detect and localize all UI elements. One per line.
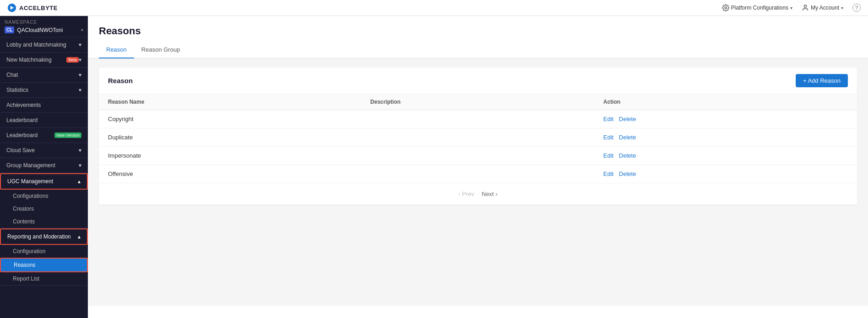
content-area: Reason + Add Reason Reason Name [88,58,868,306]
chevron-down-icon: ▾ [79,42,81,48]
cell-description-3 [361,165,594,183]
nav-group-group-management: Group Management ▾ [0,158,88,173]
sidebar-item-ugc-creators[interactable]: Creators [0,202,88,215]
app-layout: NAMESPACE CL QACloudNWOToni ▾ Lobby and … [0,16,868,318]
new-version-badge: New Version [54,132,81,138]
chevron-down-icon: ▾ [79,147,81,154]
sidebar-item-rm-reasons[interactable]: Reasons [0,258,88,272]
col-header-reason-name: Reason Name [99,94,361,110]
namespace-badge: CL [5,26,14,33]
chevron-down-icon: ▾ [79,162,81,169]
chevron-up-icon: ▴ [78,233,81,240]
platform-config-menu[interactable]: Platform Configurations ▾ [722,4,793,11]
nav-group-lobby: Lobby and Matchmaking ▾ [0,37,88,53]
gear-icon [722,4,729,11]
logo: ACCELBYTE [7,3,58,12]
sidebar-item-lobby[interactable]: Lobby and Matchmaking ▾ [0,37,88,52]
col-header-description: Description [361,94,594,110]
page-header: Reasons [88,16,868,42]
sidebar-item-rm-report-list[interactable]: Report List [0,272,88,285]
cell-description-1 [361,128,594,147]
edit-link-0[interactable]: Edit [604,116,614,122]
cell-reason-name-3: Offensive [99,165,361,183]
svg-point-3 [804,5,806,7]
chevron-down-icon: ▾ [79,72,81,78]
add-reason-button[interactable]: + Add Reason [796,74,848,87]
namespace-label: NAMESPACE [5,20,83,25]
edit-link-3[interactable]: Edit [604,170,614,177]
svg-point-2 [725,7,727,9]
accelbyte-logo-icon [7,3,16,12]
nav-group-cloud-save: Cloud Save ▾ [0,143,88,158]
table-row: Duplicate Edit Delete [99,128,857,147]
delete-link-0[interactable]: Delete [619,116,636,122]
nav-group-leaderboard2: Leaderboard New Version [0,128,88,143]
account-chevron: ▾ [841,5,843,11]
sidebar-item-new-matchmaking[interactable]: New Matchmaking Beta ▾ [0,53,88,67]
chevron-down-icon: ▾ [79,57,81,63]
cell-description-2 [361,147,594,165]
account-icon [802,4,809,11]
prev-button[interactable]: ‹ Prev [458,191,474,197]
platform-config-label: Platform Configurations [731,5,788,11]
account-label: My Account [811,5,839,11]
delete-link-3[interactable]: Delete [619,170,636,177]
sidebar-item-leaderboard-new[interactable]: Leaderboard New Version [0,128,88,143]
topbar: ACCELBYTE Platform Configurations ▾ My A… [0,0,868,16]
edit-link-2[interactable]: Edit [604,152,614,159]
main-inner: Reasons Reason Reason Group Reason + Add… [88,16,868,318]
sidebar: NAMESPACE CL QACloudNWOToni ▾ Lobby and … [0,16,88,318]
table-row: Offensive Edit Delete [99,165,857,183]
beta-badge: Beta [66,57,79,63]
sidebar-item-ugc-configurations[interactable]: Configurations [0,190,88,202]
reason-section-card: Reason + Add Reason Reason Name [99,68,857,205]
next-button[interactable]: Next › [482,191,498,197]
platform-config-chevron: ▾ [790,5,793,11]
edit-link-1[interactable]: Edit [604,134,614,141]
sidebar-item-ugc-contents[interactable]: Contents [0,215,88,228]
sidebar-item-achievements[interactable]: Achievements [0,98,88,112]
help-icon[interactable]: ? [852,4,861,12]
tab-reason[interactable]: Reason [99,42,134,58]
cell-action-0: Edit Delete [594,110,857,128]
tab-reason-group[interactable]: Reason Group [134,42,188,58]
sidebar-item-cloud-save[interactable]: Cloud Save ▾ [0,143,88,158]
sidebar-item-reporting-moderation[interactable]: Reporting and Moderation ▴ [0,228,88,245]
reasons-table: Reason Name Description Action [99,94,857,183]
sidebar-item-group-management[interactable]: Group Management ▾ [0,158,88,173]
logo-text: ACCELBYTE [19,5,58,11]
nav-group-statistics: Statistics ▾ [0,83,88,98]
nav-group-ugc: UGC Management ▴ Configurations Creators… [0,173,88,228]
nav-group-leaderboard1: Leaderboard [0,113,88,128]
sidebar-item-ugc-management[interactable]: UGC Management ▴ [0,173,88,190]
page-title: Reasons [99,25,857,37]
chevron-up-icon: ▴ [78,178,81,185]
namespace-selector[interactable]: CL QACloudNWOToni ▾ [5,26,83,33]
delete-link-1[interactable]: Delete [619,134,636,141]
namespace-section: NAMESPACE CL QACloudNWOToni ▾ [0,16,88,37]
delete-link-2[interactable]: Delete [619,152,636,159]
cell-description-0 [361,110,594,128]
table-row: Copyright Edit Delete [99,110,857,128]
cell-action-1: Edit Delete [594,128,857,147]
cell-reason-name-2: Impersonate [99,147,361,165]
account-menu[interactable]: My Account ▾ [802,4,843,11]
sidebar-item-rm-configuration[interactable]: Configuration [0,245,88,258]
nav-group-achievements: Achievements [0,98,88,113]
sidebar-item-leaderboard[interactable]: Leaderboard [0,113,88,127]
main-content: Reasons Reason Reason Group Reason + Add… [88,16,868,318]
pagination: ‹ Prev Next › [99,183,857,205]
namespace-name: QACloudNWOToni [17,27,78,33]
cell-reason-name-0: Copyright [99,110,361,128]
cell-action-2: Edit Delete [594,147,857,165]
topbar-right: Platform Configurations ▾ My Account ▾ ? [722,4,861,12]
sidebar-item-chat[interactable]: Chat ▾ [0,68,88,82]
cell-reason-name-1: Duplicate [99,128,361,147]
table-row: Impersonate Edit Delete [99,147,857,165]
nav-group-reporting: Reporting and Moderation ▴ Configuration… [0,228,88,286]
section-card-title: Reason [108,77,133,85]
col-header-action: Action [594,94,857,110]
cell-action-3: Edit Delete [594,165,857,183]
nav-group-chat: Chat ▾ [0,68,88,83]
sidebar-item-statistics[interactable]: Statistics ▾ [0,83,88,97]
